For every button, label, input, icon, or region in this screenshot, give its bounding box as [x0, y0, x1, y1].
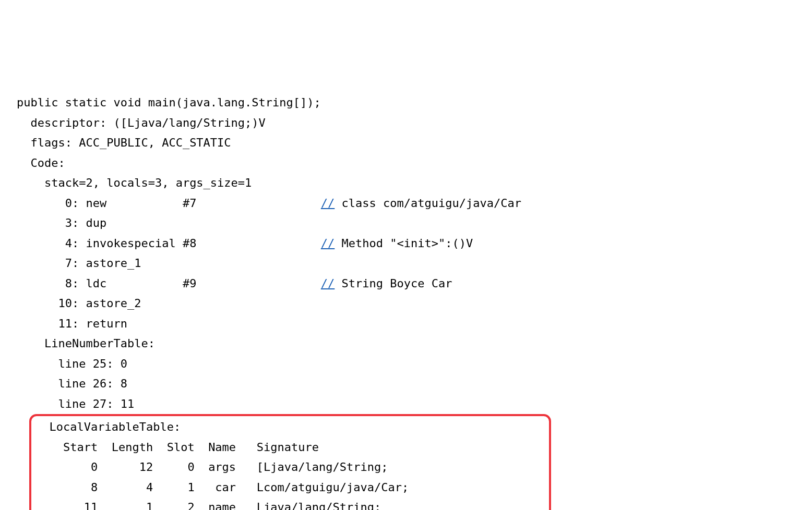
instruction-line: 3: dup	[17, 213, 795, 234]
instruction-line: 4: invokespecial #8 // Method "<init>":(…	[17, 234, 795, 254]
line-number-entry: line 25: 0	[17, 354, 795, 374]
comment-slash: //	[321, 197, 335, 210]
descriptor-line: descriptor: ([Ljava/lang/String;)V	[17, 113, 795, 133]
local-variable-row: 11 1 2 name Ljava/lang/String;	[35, 497, 545, 510]
comment-slash: //	[321, 237, 335, 250]
instruction-line: 7: astore_1	[17, 253, 795, 274]
comment-text: Method "<init>":()V	[335, 237, 473, 250]
local-variable-row: 8 4 1 car Lcom/atguigu/java/Car;	[35, 478, 545, 498]
flags-line: flags: ACC_PUBLIC, ACC_STATIC	[17, 133, 795, 153]
instruction-prefix: 8: ldc #9	[17, 277, 321, 290]
instruction-line: 10: astore_2	[17, 294, 795, 314]
comment-slash: //	[321, 277, 335, 290]
comment-text: class com/atguigu/java/Car	[335, 197, 521, 210]
line-number-entry: line 27: 11	[17, 394, 795, 415]
local-variable-table-highlight: LocalVariableTable: Start Length Slot Na…	[29, 414, 551, 510]
instruction-prefix: 0: new #7	[17, 197, 321, 210]
local-variable-row: 0 12 0 args [Ljava/lang/String;	[35, 457, 545, 478]
method-signature: public static void main(java.lang.String…	[17, 93, 795, 113]
instruction-line: 11: return	[17, 314, 795, 334]
local-variable-header: Start Length Slot Name Signature	[35, 438, 545, 458]
line-number-table-label: LineNumberTable:	[17, 334, 795, 354]
stack-line: stack=2, locals=3, args_size=1	[17, 173, 795, 193]
line-number-entry: line 26: 8	[17, 374, 795, 394]
instruction-line: 0: new #7 // class com/atguigu/java/Car	[17, 193, 795, 214]
instruction-line: 8: ldc #9 // String Boyce Car	[17, 274, 795, 294]
code-label: Code:	[17, 153, 795, 174]
comment-text: String Boyce Car	[335, 277, 452, 290]
instruction-prefix: 4: invokespecial #8	[17, 237, 321, 250]
local-variable-table-label: LocalVariableTable:	[35, 417, 545, 438]
